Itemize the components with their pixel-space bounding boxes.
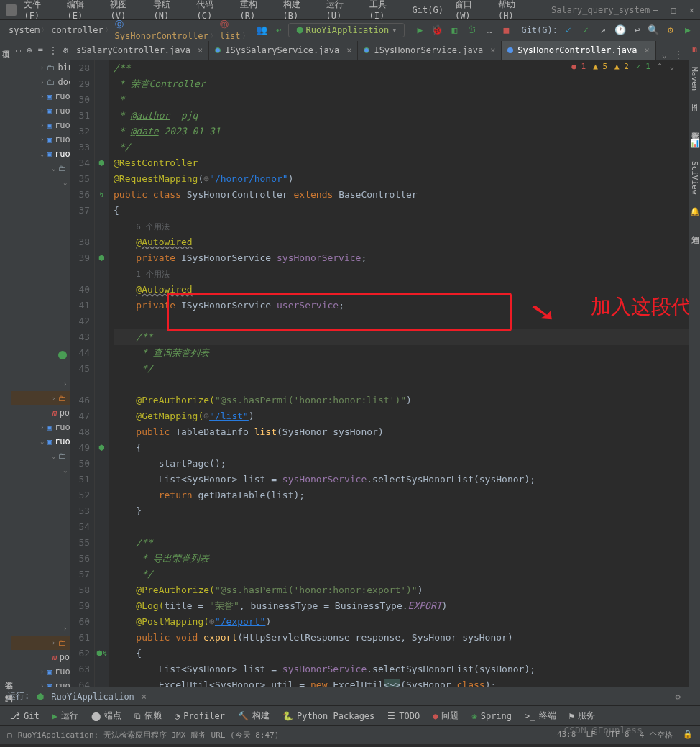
tab-more-icon[interactable]: ⋮ xyxy=(674,50,683,60)
debug-icon[interactable]: 🐞 xyxy=(430,24,443,37)
watermark: CSDN @Founless xyxy=(563,725,643,735)
run-config-selector[interactable]: ⬢RuoYiApplication▾ xyxy=(288,23,405,37)
tool-run[interactable]: ▶运行 xyxy=(52,710,78,722)
git-push-icon[interactable]: ↗ xyxy=(597,24,609,37)
status-windows-icon[interactable]: ▢ xyxy=(7,730,12,740)
db-tool-tab[interactable]: 🗄 xyxy=(691,104,699,113)
run-icon[interactable]: ▶ xyxy=(413,24,426,37)
crumb-module[interactable]: system xyxy=(6,24,45,37)
git-history-icon[interactable]: 🕐 xyxy=(614,24,627,37)
tool-problems[interactable]: ●问题 xyxy=(433,710,459,722)
gutter-line-numbers: 2829303132333435363738394041424344454647… xyxy=(70,60,95,687)
main: 项目 ▭ ⊕ ≡ ⋮ ⚙ — ›🗀bin ›🗀doc ›▣ruoyi-admin… xyxy=(0,40,700,687)
tool-services[interactable]: ⚑服务 xyxy=(569,710,595,722)
maven-label[interactable]: Maven xyxy=(690,67,699,91)
search-icon[interactable]: 🔍 xyxy=(647,24,660,37)
project-tree[interactable]: ›🗀bin ›🗀doc ›▣ruoyi-admin ›▣ruoyi-common… xyxy=(11,60,70,687)
tab-salary-controller[interactable]: sSalaryController.java× xyxy=(70,41,209,60)
run-app-name[interactable]: RuoYiApplication xyxy=(51,692,134,702)
git-update-icon[interactable]: ✓ xyxy=(562,24,575,37)
tab-honor-controller[interactable]: SysHonorController.java× xyxy=(502,41,655,60)
menu-git[interactable]: Git(G) xyxy=(408,3,448,17)
indent[interactable]: 4 个空格 xyxy=(640,730,673,741)
project-panel-header: ▭ ⊕ ≡ ⋮ ⚙ — xyxy=(11,40,70,60)
expand-icon[interactable]: ≡ xyxy=(37,45,42,55)
collapse-icon[interactable]: ⋮ xyxy=(49,45,57,55)
menu-tools[interactable]: 工具(I) xyxy=(365,0,405,23)
code-body[interactable]: /** * 荣誉Controller * * @author pjq * @da… xyxy=(109,60,689,687)
tool-profiler[interactable]: ◔Profiler xyxy=(175,711,225,721)
run-bar: 运行: ⬢ RuoYiApplication × ⚙ — xyxy=(0,687,700,705)
annotation-text: 加入这段代码 xyxy=(591,299,689,315)
title-bar: 文件(F) 编辑(E) 视图(V) 导航(N) 代码(C) 重构(R) 构建(B… xyxy=(0,0,700,20)
left-strip: 项目 xyxy=(0,40,11,687)
close-button[interactable]: ✕ xyxy=(689,5,694,15)
tab-honor-service[interactable]: ISysHonorService.java× xyxy=(358,41,502,60)
tool-terminal[interactable]: >_终端 xyxy=(525,710,556,722)
menu-run[interactable]: 运行(U) xyxy=(322,0,362,23)
run-label: 运行: xyxy=(7,690,29,702)
crumb-class[interactable]: ⓒ SysHonorController xyxy=(112,17,214,42)
editor-tabs: sSalaryController.java× ISysSalaryServic… xyxy=(70,40,689,60)
tab-list-icon[interactable]: ⌄ xyxy=(662,50,667,60)
scroll-marker-icon xyxy=(58,351,67,359)
crumb-method[interactable]: ⓜ list xyxy=(217,17,247,42)
run-settings-icon[interactable]: ⚙ xyxy=(676,692,681,702)
coverage-icon[interactable]: ◧ xyxy=(448,24,461,37)
maximize-button[interactable]: □ xyxy=(671,5,676,15)
panel-settings-icon[interactable]: ⚙ xyxy=(63,45,68,55)
project-title: Salary_query_system xyxy=(551,5,650,15)
code-editor[interactable]: 2829303132333435363738394041424344454647… xyxy=(70,60,689,687)
notif-tool-tab[interactable]: 🔔 xyxy=(690,207,700,216)
git-revert-icon[interactable]: ↩ xyxy=(631,24,644,37)
tool-python[interactable]: 🐍Python Packages xyxy=(282,711,374,721)
tool-todo[interactable]: ☰TODO xyxy=(387,711,420,721)
tab-salary-service[interactable]: ISysSalaryService.java× xyxy=(209,41,358,60)
sciview-label[interactable]: SciView xyxy=(690,161,699,194)
nav-bar: system controller ⓒ SysHonorController ⓜ… xyxy=(0,20,700,40)
menu-window[interactable]: 窗口(W) xyxy=(451,0,491,23)
lock-icon[interactable]: 🔒 xyxy=(683,730,693,741)
ide-settings-icon[interactable]: ⚙ xyxy=(664,24,677,37)
menu-build[interactable]: 构建(B) xyxy=(279,0,319,23)
menu-edit[interactable]: 编辑(E) xyxy=(63,0,103,23)
tool-build[interactable]: 🔨构建 xyxy=(238,710,270,722)
right-strip: m Maven 🗄 数据库 📊 SciView 🔔 通知 xyxy=(689,40,700,687)
attach-icon[interactable]: … xyxy=(482,24,495,37)
tool-git[interactable]: ⎇Git xyxy=(10,711,40,721)
users-icon[interactable]: 👥 xyxy=(255,24,268,37)
minimize-button[interactable]: — xyxy=(653,5,658,15)
crumb-package[interactable]: controller xyxy=(48,24,109,37)
gutter-marks: ⬢↯⬢⬢⬢↯ xyxy=(95,60,109,687)
sciview-tool-tab[interactable]: 📊 xyxy=(690,139,700,148)
menu-help[interactable]: 帮助(H) xyxy=(494,0,534,23)
project-view-icon[interactable]: ▭ xyxy=(16,45,21,55)
menu-file[interactable]: 文件(F) xyxy=(19,0,60,23)
tool-window-bar: ⎇Git ▶运行 ⬤端点 ⧉依赖 ◔Profiler 🔨构建 🐍Python P… xyxy=(0,705,700,725)
tool-spring[interactable]: ❀Spring xyxy=(471,711,512,721)
tool-breakpoints[interactable]: ⬤端点 xyxy=(91,710,121,722)
profile-icon[interactable]: ⏱ xyxy=(465,24,478,37)
editor-area: sSalaryController.java× ISysSalaryServic… xyxy=(70,40,689,687)
git-label: Git(G): xyxy=(521,25,558,35)
inspection-widget[interactable]: ● 1 ▲ 5 ▲ 2 ✓ 1 ^⌄ xyxy=(571,62,674,71)
select-opened-icon[interactable]: ⊕ xyxy=(27,45,32,55)
status-message: RuoYiApplication: 无法检索应用程序 JMX 服务 URL (今… xyxy=(18,730,280,741)
back-icon[interactable]: ↶ xyxy=(272,24,285,37)
maven-tool-tab[interactable]: m xyxy=(692,45,697,54)
git-commit-icon[interactable]: ✓ xyxy=(579,24,592,37)
learn-icon[interactable]: ▶ xyxy=(681,24,694,37)
stop-icon[interactable]: ■ xyxy=(499,24,512,37)
run-hide-icon[interactable]: — xyxy=(688,692,693,702)
annotation-arrow-icon: ➘ xyxy=(530,303,554,319)
tool-dependencies[interactable]: ⧉依赖 xyxy=(134,710,162,722)
project-panel: ▭ ⊕ ≡ ⋮ ⚙ — ›🗀bin ›🗀doc ›▣ruoyi-admin ›▣… xyxy=(11,40,70,687)
app-logo xyxy=(6,4,17,16)
